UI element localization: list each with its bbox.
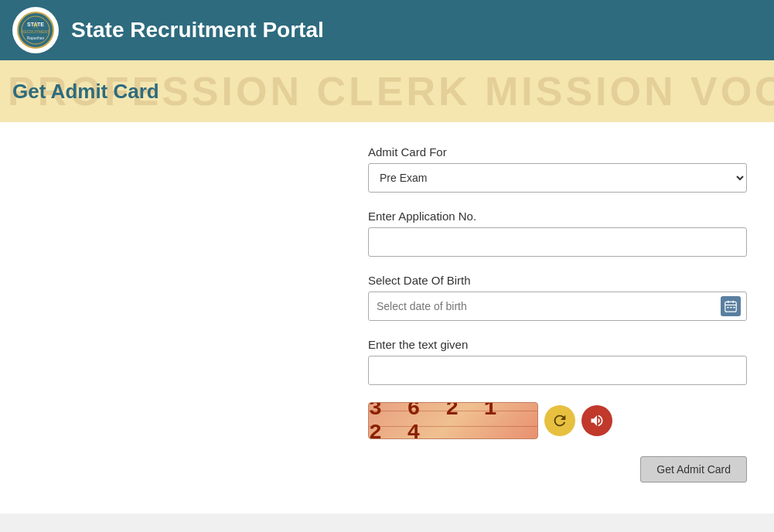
captcha-row: 3 6 2 1 2 4 [368,402,747,439]
calendar-icon[interactable] [721,296,741,316]
banner-title: Get Admit Card [12,80,159,104]
admit-card-for-select[interactable]: Pre Exam [368,163,747,193]
svg-rect-6 [725,302,736,312]
main-content: Admit Card For Pre Exam Enter Applicatio… [0,122,774,513]
form-container: Admit Card For Pre Exam Enter Applicatio… [368,145,747,483]
application-no-label: Enter Application No. [368,210,747,223]
svg-rect-10 [727,307,728,309]
dob-label: Select Date Of Birth [368,274,747,287]
application-no-group: Enter Application No. [368,210,747,257]
application-no-input[interactable] [368,227,747,257]
dob-input-wrapper [368,292,747,321]
banner: PROFESSION CLERK MISSION VOCATION PROFES… [0,60,774,122]
captcha-refresh-button[interactable] [544,405,575,436]
submit-row: Get Admit Card [368,456,747,483]
dob-group: Select Date Of Birth [368,274,747,321]
captcha-audio-button[interactable] [581,405,612,436]
svg-text:Rajasthan: Rajasthan [27,36,45,40]
captcha-text-group: Enter the text given [368,338,747,385]
captcha-input[interactable] [368,356,747,385]
dob-input[interactable] [368,292,747,321]
logo: STATE RECRUITMENT Rajasthan [12,7,59,53]
svg-text:RECRUITMENT: RECRUITMENT [22,29,49,34]
svg-rect-11 [730,307,731,309]
admit-card-for-label: Admit Card For [368,145,747,159]
admit-card-for-group: Admit Card For Pre Exam [368,145,747,193]
get-admit-card-button[interactable]: Get Admit Card [640,456,747,483]
header: STATE RECRUITMENT Rajasthan State Recrui… [0,0,774,60]
captcha-image: 3 6 2 1 2 4 [368,402,538,439]
header-title: State Recruitment Portal [71,18,324,43]
svg-rect-12 [733,307,735,309]
captcha-label: Enter the text given [368,338,747,351]
